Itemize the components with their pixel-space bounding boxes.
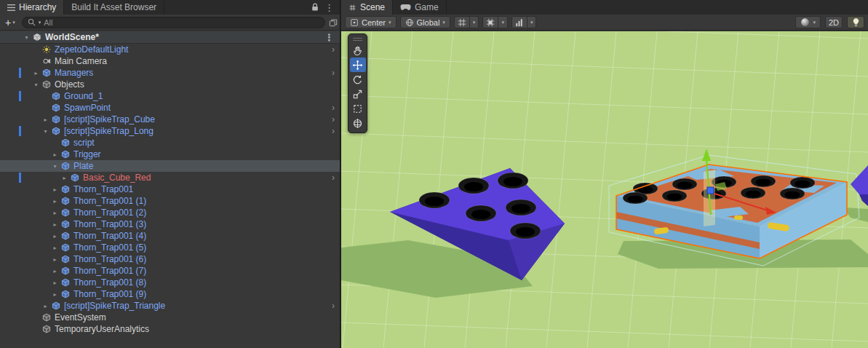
- snap-settings-group: ▾: [482, 16, 508, 28]
- search-filter-dropdown-icon[interactable]: ▾: [39, 20, 41, 25]
- scene-name: WorldScene*: [45, 32, 99, 42]
- gameobject-icon: [41, 312, 52, 323]
- rect-tool[interactable]: [350, 101, 366, 116]
- lock-icon[interactable]: [311, 3, 319, 12]
- scene-viewport[interactable]: [341, 31, 868, 348]
- overlay-drag-handle[interactable]: [353, 36, 362, 42]
- tree-item-managers[interactable]: ▸Managers›: [0, 67, 340, 79]
- expander-icon[interactable]: ▸: [31, 70, 41, 76]
- snap-settings-icon[interactable]: [483, 17, 498, 28]
- scene-kebab-icon[interactable]: ⋮: [324, 33, 334, 42]
- window-icon[interactable]: [329, 18, 338, 27]
- scene-3d-view[interactable]: [341, 31, 868, 348]
- 2d-mode-toggle[interactable]: 2D: [825, 16, 843, 28]
- orientation-dropdown[interactable]: Global ▾: [400, 16, 450, 28]
- tree-item-temporaryuseranalytics[interactable]: TemporaryUserAnalytics: [0, 323, 340, 335]
- scale-tool[interactable]: [350, 87, 366, 101]
- expander-icon[interactable]: ▸: [50, 256, 60, 263]
- scene-header[interactable]: ▾ WorldScene* ⋮: [0, 31, 340, 44]
- expander-icon[interactable]: ▸: [50, 186, 60, 193]
- prefab-icon: [69, 173, 81, 183]
- tree-item-thorn-trap001-8[interactable]: ▸Thorn_Trap001 (8): [0, 277, 340, 288]
- hierarchy-search[interactable]: ▾: [22, 17, 325, 28]
- tree-item-main-camera[interactable]: Main Camera: [0, 55, 340, 67]
- rotate-tool[interactable]: [350, 72, 366, 87]
- tab-build-it-asset-browser[interactable]: Build It Asset Browser: [64, 0, 164, 15]
- tab-game[interactable]: Game: [393, 0, 447, 15]
- expander-icon[interactable]: ▸: [50, 233, 60, 240]
- expander-icon[interactable]: ▾: [22, 34, 31, 41]
- tree-item-plate[interactable]: ▾Plate: [0, 160, 340, 172]
- kebab-menu-icon[interactable]: ⋮: [324, 3, 334, 12]
- item-label: SpawnPoint: [64, 103, 111, 113]
- pivot-mode-dropdown[interactable]: Center ▾: [345, 16, 397, 28]
- tree-item-ground-1[interactable]: Ground_1: [0, 90, 340, 102]
- expander-icon[interactable]: ▸: [60, 175, 69, 181]
- expander-icon[interactable]: ▸: [50, 245, 60, 251]
- tab-label: Build It Asset Browser: [71, 2, 156, 12]
- tree-item-thorn-trap001-2[interactable]: ▸Thorn_Trap001 (2): [0, 207, 340, 218]
- tree-item-eventsystem[interactable]: EventSystem: [0, 312, 340, 323]
- tree-item-spawnpoint[interactable]: SpawnPoint›: [0, 102, 340, 114]
- tab-hierarchy[interactable]: Hierarchy: [0, 0, 64, 15]
- tree-item-thorn-trap001[interactable]: ▸Thorn_Trap001: [0, 183, 340, 195]
- prefab-icon: [41, 68, 52, 78]
- tree-item-thorn-trap001-5[interactable]: ▸Thorn_Trap001 (5): [0, 242, 340, 253]
- tree-item-objects[interactable]: ▾Objects: [0, 79, 340, 90]
- add-object-button[interactable]: + ▾: [2, 16, 18, 29]
- tab-label: Game: [415, 2, 439, 12]
- navigate-chevron-icon[interactable]: ›: [332, 301, 335, 310]
- search-icon: [28, 18, 36, 26]
- grid-visibility-toggle[interactable]: [455, 17, 469, 28]
- tree-item-script[interactable]: script: [0, 137, 340, 149]
- scene-lighting-toggle[interactable]: [847, 16, 864, 28]
- item-label: Thorn_Trap001: [73, 184, 133, 194]
- tree-item-thorn-trap001-4[interactable]: ▸Thorn_Trap001 (4): [0, 230, 340, 242]
- tree-item-thorn-trap001-3[interactable]: ▸Thorn_Trap001 (3): [0, 218, 340, 230]
- expander-icon[interactable]: ▸: [41, 303, 50, 309]
- tab-scene[interactable]: Scene: [341, 0, 393, 15]
- tree-item-basic-cube-red[interactable]: ▸Basic_Cube_Red›: [0, 172, 340, 183]
- expander-icon[interactable]: ▸: [50, 280, 60, 286]
- grid-visibility-dropdown[interactable]: ▾: [469, 17, 479, 28]
- scene-panel: Scene Game Center ▾ Global ▾ ▾ ▾ ▾: [341, 0, 868, 348]
- navigate-chevron-icon[interactable]: ›: [332, 173, 335, 182]
- grid-size-dropdown[interactable]: ▾: [527, 17, 536, 28]
- expander-icon[interactable]: ▸: [50, 221, 60, 228]
- tree-item-script-spiketrap-cube[interactable]: ▸[script]SpikeTrap_Cube›: [0, 114, 340, 125]
- navigate-chevron-icon[interactable]: ›: [332, 115, 335, 124]
- expander-icon[interactable]: ▾: [41, 128, 50, 135]
- search-input[interactable]: [44, 18, 319, 27]
- expander-icon[interactable]: ▸: [50, 291, 60, 298]
- move-tool[interactable]: [350, 58, 366, 72]
- navigate-chevron-icon[interactable]: ›: [332, 103, 335, 112]
- tree-item-thorn-trap001-7[interactable]: ▸Thorn_Trap001 (7): [0, 265, 340, 277]
- expander-icon[interactable]: ▸: [41, 116, 50, 123]
- prefab-icon: [60, 161, 71, 171]
- grid-size-icon[interactable]: [512, 17, 527, 28]
- expander-icon[interactable]: ▸: [50, 151, 60, 158]
- tree-item-zepetodefaultlight[interactable]: ZepetoDefaultLight›: [0, 44, 340, 55]
- tree-item-script-spiketrap-long[interactable]: ▾[script]SpikeTrap_Long›: [0, 125, 340, 137]
- tree-item-thorn-trap001-6[interactable]: ▸Thorn_Trap001 (6): [0, 253, 340, 265]
- draw-mode-dropdown[interactable]: ▾: [795, 16, 821, 28]
- tree-item-trigger[interactable]: ▸Trigger: [0, 149, 340, 160]
- expander-icon[interactable]: ▾: [31, 82, 41, 88]
- snap-settings-dropdown[interactable]: ▾: [498, 17, 507, 28]
- expander-icon[interactable]: ▸: [50, 210, 60, 216]
- view-tool[interactable]: [350, 43, 366, 58]
- dropdown-arrow-icon: ▾: [12, 20, 15, 25]
- item-label: Trigger: [73, 149, 101, 159]
- navigate-chevron-icon[interactable]: ›: [332, 45, 335, 54]
- expander-icon[interactable]: ▸: [50, 198, 60, 205]
- tree-item-script-spiketrap-triangle[interactable]: ▸[script]SpikeTrap_Triangle›: [0, 300, 340, 312]
- navigate-chevron-icon[interactable]: ›: [332, 127, 335, 135]
- expander-icon[interactable]: ▸: [50, 268, 60, 274]
- gizmo-center-handle[interactable]: [707, 187, 714, 194]
- transform-tool[interactable]: [350, 116, 366, 130]
- tree-item-thorn-trap001-1[interactable]: ▸Thorn_Trap001 (1): [0, 195, 340, 207]
- expander-icon[interactable]: ▾: [50, 163, 60, 170]
- navigate-chevron-icon[interactable]: ›: [332, 68, 335, 77]
- item-label: Main Camera: [55, 56, 107, 66]
- tree-item-thorn-trap001-9[interactable]: ▸Thorn_Trap001 (9): [0, 288, 340, 300]
